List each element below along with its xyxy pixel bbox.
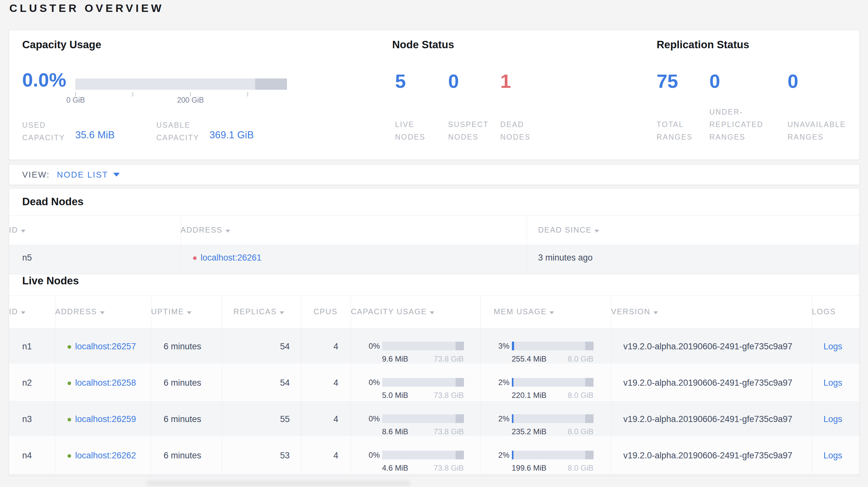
node-logs-link[interactable]: Logs: [824, 414, 843, 424]
sort-arrow-icon: [653, 312, 658, 314]
live-column-header-address[interactable]: ADDRESS: [55, 296, 151, 328]
node-uptime-cell: 6 minutes: [151, 473, 222, 476]
live-column-header-cpus-label: CPUS: [314, 307, 338, 316]
live-node-row: n6 localhost:26260 6 minutes 55 4 0% 7.8…: [9, 473, 860, 476]
total-ranges-label: TOTAL RANGES: [657, 118, 693, 143]
live-node-row: n3 localhost:26259 6 minutes 55 4 0% 8.6…: [9, 400, 860, 437]
unavailable-ranges-label-line1: UNAVAILABLE: [787, 118, 846, 131]
node-version-cell: v19.2.0-alpha.20190606-2491-gfe735c9a97: [611, 437, 812, 473]
total-ranges-label-line2: RANGES: [657, 131, 693, 143]
live-column-header-id-label: ID: [9, 307, 18, 316]
live-column-header-replicas[interactable]: REPLICAS: [222, 296, 301, 328]
live-column-header-id[interactable]: ID: [9, 296, 55, 328]
mem-used-value: 199.6 MiB: [512, 463, 547, 473]
node-cpus-cell: 4: [301, 473, 351, 476]
capacity-total-value: 73.8 GiB: [434, 427, 464, 436]
total-ranges-label-line1: TOTAL: [657, 118, 693, 131]
mem-bar-fill: [512, 342, 515, 350]
live-column-header-capacity-label: CAPACITY USAGE: [351, 307, 427, 316]
view-mode-selected-value: NODE LIST: [57, 170, 108, 180]
node-mem-usage-cell: 2% 225.5 MiB8.0 GiB: [480, 473, 611, 476]
mem-percent: 3%: [494, 342, 512, 351]
capacity-used-value: 5.0 MiB: [382, 391, 408, 400]
mem-total-value: 8.0 GiB: [567, 427, 593, 436]
live-column-header-capacity[interactable]: CAPACITY USAGE: [351, 296, 480, 328]
mem-total-value: 8.0 GiB: [567, 391, 593, 400]
capacity-usage-bar: [382, 378, 464, 387]
live-column-header-mem[interactable]: MEM USAGE: [480, 296, 611, 328]
capacity-bar-reserved-segment: [456, 342, 464, 350]
node-status-heading: Node Status: [392, 39, 454, 51]
node-replicas-cell: 55: [222, 400, 301, 437]
under-replicated-label-line3: RANGES: [709, 131, 764, 143]
mem-percent: 2%: [494, 378, 512, 387]
live-column-header-version-label: VERSION: [611, 307, 651, 316]
mem-bar-reserved-segment: [585, 414, 593, 423]
mem-bar-reserved-segment: [585, 342, 593, 350]
dead-column-header-id[interactable]: ID: [9, 216, 181, 245]
node-cpus-cell: 4: [301, 328, 351, 364]
capacity-used-value: 4.6 MiB: [382, 463, 408, 473]
cluster-overview-page: CLUSTER OVERVIEW Capacity Usage 0.0% 0 G…: [0, 0, 868, 487]
node-uptime-cell: 6 minutes: [151, 400, 222, 437]
capacity-total-value: 73.8 GiB: [434, 391, 464, 400]
capacity-usage-heading: Capacity Usage: [22, 39, 101, 51]
page-title: CLUSTER OVERVIEW: [9, 2, 164, 14]
dead-column-header-id-label: ID: [9, 226, 18, 234]
node-address-link[interactable]: localhost:26258: [75, 378, 136, 388]
dead-node-row: n5 localhost:26261 3 minutes ago: [9, 245, 860, 274]
capacity-axis-tick: [247, 92, 248, 97]
node-mem-usage-cell: 2% 199.6 MiB8.0 GiB: [480, 437, 611, 473]
node-cpus-cell: 4: [301, 400, 351, 437]
mem-total-value: 8.0 GiB: [567, 463, 593, 473]
dead-column-header-dead-since[interactable]: DEAD SINCE: [527, 216, 860, 245]
node-capacity-usage-cell: 0% 5.0 MiB73.8 GiB: [351, 364, 480, 400]
node-address-cell: localhost:26260: [55, 473, 151, 476]
node-uptime-cell: 6 minutes: [151, 364, 222, 400]
usable-capacity-value: 369.1 GiB: [210, 129, 254, 141]
sort-arrow-icon: [21, 230, 25, 233]
node-uptime-cell: 6 minutes: [151, 437, 222, 473]
live-column-header-version[interactable]: VERSION: [611, 296, 812, 328]
dead-nodes-label-line2: NODES: [500, 131, 530, 143]
dead-column-header-address[interactable]: ADDRESS: [181, 216, 527, 245]
mem-used-value: 235.2 MiB: [512, 427, 547, 436]
view-mode-dropdown[interactable]: NODE LIST: [57, 170, 120, 180]
node-replicas-cell: 54: [222, 364, 301, 400]
node-mem-usage-cell: 2% 220.1 MiB8.0 GiB: [480, 364, 611, 400]
node-address-link[interactable]: localhost:26259: [75, 414, 136, 424]
capacity-used-value: 8.6 MiB: [382, 427, 408, 436]
mem-usage-bar: [512, 451, 594, 459]
capacity-usage-bar: [382, 414, 464, 423]
live-status-dot-icon: [68, 418, 71, 421]
node-address-link[interactable]: localhost:26262: [75, 451, 136, 460]
live-column-header-address-label: ADDRESS: [55, 307, 97, 316]
node-logs-cell: Logs: [812, 328, 860, 364]
live-column-header-uptime-label: UPTIME: [151, 307, 184, 316]
sort-arrow-icon: [21, 312, 25, 314]
used-capacity-label: USED CAPACITY: [22, 119, 65, 144]
live-status-dot-icon: [68, 382, 71, 385]
dead-column-header-dead-since-label: DEAD SINCE: [538, 226, 592, 234]
live-status-dot-icon: [68, 345, 71, 349]
node-address-link[interactable]: localhost:26257: [75, 342, 136, 351]
sort-arrow-icon: [594, 230, 599, 233]
live-column-header-uptime[interactable]: UPTIME: [151, 296, 222, 328]
live-node-row: n2 localhost:26258 6 minutes 54 4 0% 5.0…: [9, 364, 860, 400]
dead-node-address-link[interactable]: localhost:26261: [201, 253, 261, 262]
node-logs-link[interactable]: Logs: [824, 451, 843, 460]
node-version-cell: v19.2.0-alpha.20190606-2491-gfe735c9a97: [611, 364, 812, 400]
node-logs-link[interactable]: Logs: [824, 342, 843, 351]
view-label: VIEW:: [22, 170, 50, 180]
node-capacity-usage-cell: 0% 9.6 MiB73.8 GiB: [351, 328, 480, 364]
mem-bar-reserved-segment: [585, 378, 593, 387]
node-id-cell: n1: [9, 328, 55, 364]
capacity-usage-bar: [382, 342, 464, 350]
node-logs-link[interactable]: Logs: [824, 378, 843, 388]
live-status-dot-icon: [68, 454, 71, 458]
dead-nodes-label-line1: DEAD: [500, 118, 530, 131]
suspect-nodes-count: 0: [448, 71, 459, 91]
used-capacity-value: 35.6 MiB: [75, 129, 115, 141]
replication-status-heading: Replication Status: [657, 39, 749, 51]
capacity-axis-label-200: 200 GiB: [165, 96, 216, 104]
